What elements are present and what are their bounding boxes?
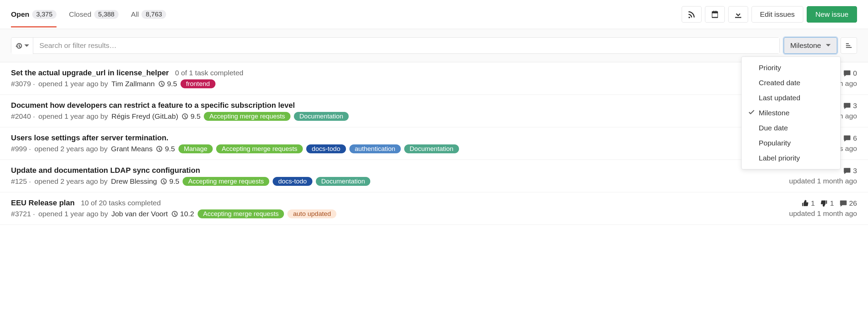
- label-docs_todo[interactable]: docs-todo: [306, 144, 346, 153]
- issue-milestone[interactable]: 9.5: [156, 145, 175, 153]
- check-icon: [748, 109, 755, 117]
- tab-all[interactable]: All 8,763: [131, 2, 166, 27]
- label-accepting[interactable]: Accepting merge requests: [183, 177, 269, 186]
- edit-issues-button[interactable]: Edit issues: [752, 6, 804, 23]
- chevron-down-icon: [826, 43, 831, 48]
- comments-count[interactable]: 26: [840, 199, 857, 207]
- issue-right: 3h ago: [839, 102, 857, 120]
- sort-option-priority[interactable]: Priority: [742, 60, 840, 75]
- issue-opened: opened 2 years ago by: [34, 145, 108, 153]
- search-input[interactable]: [33, 38, 779, 53]
- label-accepting[interactable]: Accepting merge requests: [198, 209, 284, 218]
- tab-closed[interactable]: Closed 5,388: [69, 2, 119, 27]
- label-manage[interactable]: Manage: [178, 144, 213, 153]
- issue-ref: #3079 ·: [11, 80, 35, 88]
- issue-reactions: 1126: [801, 199, 857, 207]
- calendar-button[interactable]: [705, 6, 725, 23]
- label-docs_todo[interactable]: docs-todo: [273, 177, 312, 186]
- sort-option-milestone[interactable]: Milestone: [742, 105, 840, 120]
- label-accepting[interactable]: Accepting merge requests: [216, 144, 303, 153]
- issue-milestone[interactable]: 9.5: [182, 112, 200, 120]
- issue-milestone[interactable]: 9.5: [160, 177, 179, 185]
- comments-count[interactable]: 6: [843, 134, 857, 142]
- tab-open[interactable]: Open 3,375: [11, 2, 57, 27]
- tab-closed-label: Closed: [69, 10, 91, 18]
- sort-option-popularity[interactable]: Popularity: [742, 136, 840, 151]
- issue-meta: #2040 ·opened 1 year ago byRégis Freyd (…: [11, 112, 839, 121]
- issue-author[interactable]: Grant Means: [111, 145, 152, 153]
- thumbs-down[interactable]: 1: [820, 199, 834, 207]
- calendar-icon: [711, 10, 719, 18]
- issue-right: 1126updated 1 month ago: [789, 199, 857, 218]
- issue-opened: opened 2 years ago by: [34, 177, 108, 185]
- label-documentation[interactable]: Documentation: [316, 177, 371, 186]
- label-documentation[interactable]: Documentation: [404, 144, 459, 153]
- issue-author[interactable]: Tim Zallmann: [111, 80, 154, 88]
- issue-row: Document how developers can restrict a f…: [0, 95, 868, 127]
- rss-button[interactable]: [682, 6, 702, 23]
- sort-direction-button[interactable]: [841, 37, 857, 54]
- issue-author[interactable]: Régis Freyd (GitLab): [111, 112, 178, 120]
- search-wrap: [11, 37, 780, 54]
- header-actions: Edit issues New issue: [682, 0, 857, 29]
- rss-icon: [687, 10, 696, 18]
- issue-opened: opened 1 year ago by: [38, 112, 108, 120]
- issue-author[interactable]: Drew Blessing: [111, 177, 157, 185]
- issue-title-link[interactable]: Users lose settings after server termina…: [11, 133, 169, 142]
- sort-dropdown-menu: Priority Created date Last updated Miles…: [741, 56, 841, 169]
- sort-asc-icon: [845, 42, 853, 49]
- issue-reactions: 3: [843, 167, 857, 175]
- sort-option-label: Created date: [759, 79, 800, 87]
- recent-searches-button[interactable]: [11, 38, 33, 54]
- sort-option-created[interactable]: Created date: [742, 75, 840, 90]
- export-button[interactable]: [728, 6, 748, 23]
- issue-ref: #999 ·: [11, 145, 31, 153]
- label-accepting[interactable]: Accepting merge requests: [204, 112, 290, 121]
- issue-row: Users lose settings after server termina…: [0, 127, 868, 160]
- comments-count[interactable]: 3: [843, 102, 857, 110]
- issue-reactions: 6: [843, 134, 857, 142]
- comments-count[interactable]: 3: [843, 167, 857, 175]
- label-frontend[interactable]: frontend: [181, 79, 215, 88]
- issue-meta: #999 ·opened 2 years ago byGrant Means9.…: [11, 144, 840, 153]
- issue-updated: h ago: [839, 79, 857, 88]
- issue-title-link[interactable]: Set the actual upgrade_url in license_he…: [11, 68, 169, 77]
- issue-state-tabs: Open 3,375 Closed 5,388 All 8,763: [11, 2, 166, 27]
- issue-reactions: 3: [843, 102, 857, 110]
- sort-dropdown-button[interactable]: Milestone: [784, 37, 837, 54]
- issue-milestone[interactable]: 9.5: [158, 80, 177, 88]
- issue-milestone[interactable]: 10.2: [171, 210, 194, 218]
- issue-meta: #3079 ·opened 1 year ago byTim Zallmann9…: [11, 79, 839, 88]
- tabs-row: Open 3,375 Closed 5,388 All 8,763: [0, 0, 868, 29]
- issue-updated: updated 1 month ago: [789, 177, 857, 185]
- issue-title-link[interactable]: Document how developers can restrict a f…: [11, 101, 295, 110]
- task-status: 0 of 1 task completed: [175, 69, 244, 77]
- comments-count[interactable]: 0: [843, 69, 857, 77]
- issue-row: EEU Release plan10 of 20 tasks completed…: [0, 192, 868, 225]
- issue-updated: h ago: [839, 112, 857, 120]
- issue-reactions: 0: [843, 69, 857, 77]
- thumbs-up[interactable]: 1: [801, 199, 815, 207]
- sort-option-labelpriority[interactable]: Label priority: [742, 151, 840, 166]
- sort-option-label: Label priority: [759, 154, 800, 162]
- label-documentation[interactable]: Documentation: [294, 112, 349, 121]
- issue-title-link[interactable]: EEU Release plan: [11, 198, 75, 207]
- new-issue-button[interactable]: New issue: [807, 6, 857, 23]
- issue-right: 3updated 1 month ago: [789, 167, 857, 185]
- label-authentication[interactable]: authentication: [349, 144, 401, 153]
- issue-left: Update and documentation LDAP sync confi…: [11, 166, 789, 186]
- sort-option-updated[interactable]: Last updated: [742, 90, 840, 105]
- issue-title-link[interactable]: Update and documentation LDAP sync confi…: [11, 166, 200, 175]
- issue-row: Update and documentation LDAP sync confi…: [0, 160, 868, 192]
- issue-updated: updated 1 month ago: [789, 209, 857, 218]
- task-status: 10 of 20 tasks completed: [81, 199, 161, 207]
- issue-left: Users lose settings after server termina…: [11, 133, 840, 153]
- sort-option-duedate[interactable]: Due date: [742, 120, 840, 136]
- issue-meta: #3721 ·opened 1 year ago byJob van der V…: [11, 209, 789, 218]
- new-issue-label: New issue: [815, 10, 848, 18]
- label-auto_updated[interactable]: auto updated: [287, 209, 336, 218]
- issue-right: 0h ago: [839, 69, 857, 88]
- tab-closed-count: 5,388: [94, 10, 119, 19]
- issue-author[interactable]: Job van der Voort: [111, 210, 168, 218]
- issue-ref: #2040 ·: [11, 112, 35, 120]
